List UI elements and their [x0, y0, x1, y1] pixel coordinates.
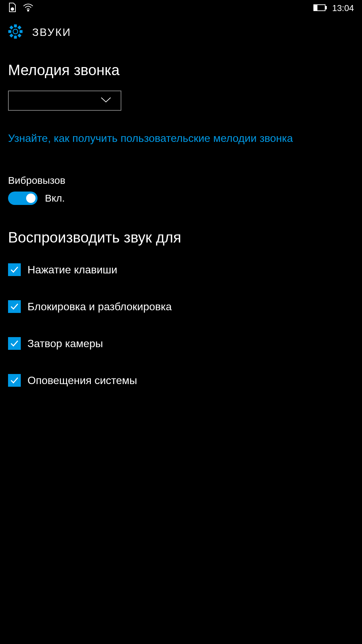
status-bar: 13:04: [0, 0, 362, 16]
sounds-section-title: Воспроизводить звук для: [8, 229, 354, 246]
checkbox-row-keypress: Нажатие клавиши: [8, 263, 354, 276]
system-label: Оповещения системы: [27, 374, 137, 387]
ringtone-dropdown[interactable]: [8, 91, 121, 111]
checkbox-row-system: Оповещения системы: [8, 374, 354, 387]
vibrate-label: Вибровызов: [8, 175, 354, 186]
keypress-checkbox[interactable]: [8, 263, 21, 276]
lock-label: Блокировка и разблокировка: [27, 301, 172, 313]
gear-icon: [8, 24, 23, 40]
custom-ringtones-link[interactable]: Узнайте, как получить пользовательские м…: [8, 132, 354, 145]
header: ЗВУКИ: [0, 16, 362, 51]
svg-rect-3: [325, 6, 326, 9]
shutter-checkbox[interactable]: [8, 337, 21, 350]
status-right: 13:04: [313, 3, 354, 13]
vibrate-toggle[interactable]: [8, 192, 38, 205]
vibrate-state: Вкл.: [45, 193, 65, 204]
battery-icon: [313, 3, 327, 13]
toggle-thumb: [26, 194, 36, 203]
svg-point-1: [27, 10, 29, 11]
svg-point-0: [11, 8, 14, 10]
vibrate-toggle-row: Вкл.: [8, 192, 354, 205]
sim-icon: [8, 2, 16, 14]
checkbox-row-shutter: Затвор камеры: [8, 337, 354, 350]
svg-point-5: [13, 29, 18, 34]
ringtone-section-title: Мелодия звонка: [8, 62, 354, 78]
lock-checkbox[interactable]: [8, 300, 21, 313]
status-left: [8, 2, 34, 14]
system-checkbox[interactable]: [8, 374, 21, 387]
content: Мелодия звонка Узнайте, как получить пол…: [0, 51, 362, 415]
shutter-label: Затвор камеры: [27, 337, 103, 350]
checkbox-row-lock: Блокировка и разблокировка: [8, 300, 354, 313]
keypress-label: Нажатие клавиши: [27, 264, 117, 276]
page-title: ЗВУКИ: [32, 26, 71, 39]
wifi-icon: [23, 3, 34, 13]
svg-rect-4: [314, 5, 317, 10]
status-time: 13:04: [332, 3, 354, 13]
chevron-down-icon: [101, 97, 111, 104]
